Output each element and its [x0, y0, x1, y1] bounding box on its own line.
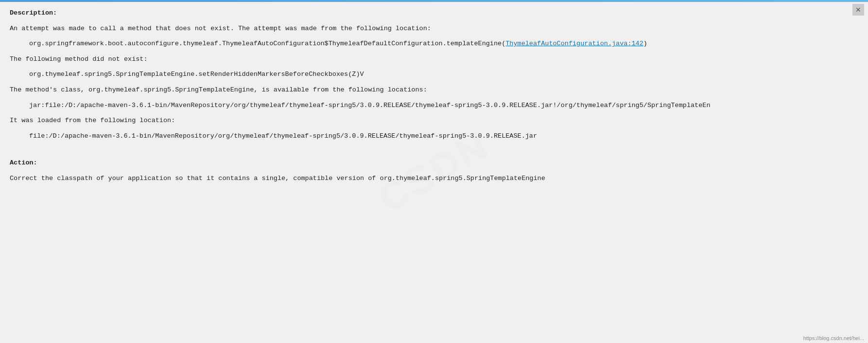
content-area: Description: An attempt was made to call… [0, 0, 868, 196]
thymeleaf-link[interactable]: ThymeleafAutoConfiguration.java:142 [505, 40, 643, 47]
bottom-link[interactable]: https://blog.csdn.net/hei... [803, 335, 864, 341]
indent1-text: org.springframework.boot.autoconfigure.t… [29, 40, 505, 47]
paragraph3: The method's class, org.thymeleaf.spring… [10, 85, 849, 95]
page-wrapper: ✕ Description: An attempt was made to ca… [0, 0, 868, 343]
action-label: Action: [10, 158, 849, 168]
top-bar [0, 0, 868, 2]
description-label: Description: [10, 8, 849, 18]
action-text: Correct the classpath of your applicatio… [10, 173, 849, 184]
indent3: jar:file:/D:/apache-maven-3.6.1-bin/Mave… [10, 100, 849, 111]
link-close: ) [643, 40, 647, 47]
paragraph2: The following method did not exist: [10, 54, 849, 65]
indent1-container: org.springframework.boot.autoconfigure.t… [10, 38, 849, 49]
close-button[interactable]: ✕ [852, 4, 864, 16]
indent4: file:/D:/apache-maven-3.6.1-bin/MavenRep… [10, 131, 849, 142]
paragraph1: An attempt was made to call a method tha… [10, 23, 849, 34]
indent2: org.thymeleaf.spring5.SpringTemplateEngi… [10, 69, 849, 80]
paragraph4: It was loaded from the following locatio… [10, 115, 849, 126]
